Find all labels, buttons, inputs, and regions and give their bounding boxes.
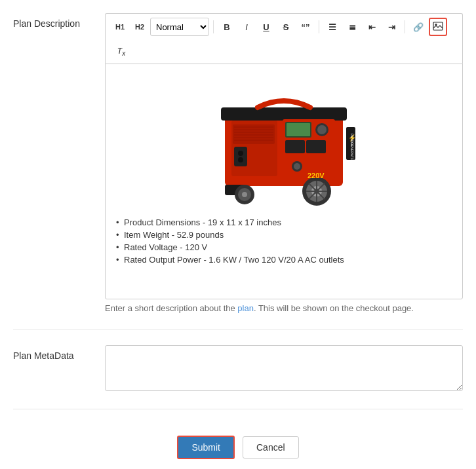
underline-icon: U — [263, 22, 269, 32]
svg-point-35 — [294, 163, 300, 170]
plan-description-field: H1 H2 Normal Heading 1 Heading 2 Heading… — [105, 13, 463, 313]
description-list: Product Dimensions - 19 x 11 x 17 inches… — [116, 216, 452, 266]
submit-button[interactable]: Submit — [177, 436, 235, 459]
list-item: Rated Output Power - 1.6 KW / Two 120 V/… — [116, 253, 452, 266]
svg-point-19 — [238, 157, 243, 162]
underline-button[interactable]: U — [257, 18, 275, 36]
generator-image-container: 220V ⚡ PETROL GENERATOR — [116, 75, 452, 206]
generator-image: 220V ⚡ PETROL GENERATOR — [205, 75, 363, 206]
strikethrough-icon: S — [283, 22, 289, 32]
form-actions: Submit Cancel — [13, 425, 463, 469]
quote-icon: “” — [302, 22, 310, 32]
image-button[interactable] — [429, 18, 447, 36]
svg-text:220V: 220V — [307, 172, 325, 179]
svg-rect-0 — [433, 22, 443, 30]
toolbar-separator-1 — [213, 20, 214, 33]
plan-metadata-field — [105, 345, 463, 393]
ul-icon: ≣ — [349, 22, 356, 32]
plan-description-label: Plan Description — [13, 13, 105, 29]
h2-button[interactable]: H2 — [130, 18, 149, 36]
unordered-list-button[interactable]: ≣ — [343, 18, 361, 36]
ordered-list-button[interactable]: ☰ — [323, 18, 342, 36]
quote-button[interactable]: “” — [296, 18, 315, 36]
svg-point-15 — [242, 192, 247, 197]
form-divider-2 — [13, 409, 463, 409]
toolbar-separator-3 — [405, 20, 405, 33]
italic-button[interactable]: I — [237, 18, 256, 36]
editor-content-area[interactable]: 220V ⚡ PETROL GENERATOR Product Dimensio… — [105, 64, 463, 299]
toolbar-separator-2 — [319, 20, 319, 33]
cancel-button[interactable]: Cancel — [243, 436, 299, 459]
ol-icon: ☰ — [328, 22, 336, 32]
editor-toolbar: H1 H2 Normal Heading 1 Heading 2 Heading… — [105, 13, 463, 40]
metadata-textarea[interactable] — [105, 345, 463, 391]
plan-metadata-label: Plan MetaData — [13, 345, 105, 361]
indent-left-button[interactable]: ⇤ — [363, 18, 381, 36]
clear-format-icon: Tx — [117, 47, 125, 57]
list-item: Product Dimensions - 19 x 11 x 17 inches — [116, 216, 452, 229]
plan-link[interactable]: plan — [237, 303, 254, 313]
svg-rect-33 — [306, 140, 326, 153]
svg-rect-29 — [287, 123, 310, 136]
plan-description-row: Plan Description H1 H2 Normal Heading 1 … — [13, 13, 463, 313]
svg-rect-3 — [221, 107, 347, 121]
bold-button[interactable]: B — [218, 18, 236, 36]
bold-icon: B — [224, 22, 229, 32]
svg-point-18 — [238, 151, 243, 156]
indent-left-icon: ⇤ — [368, 22, 376, 32]
list-item: Rated Voltage - 120 V — [116, 241, 452, 253]
svg-rect-17 — [234, 147, 247, 166]
editor-helper-text: Enter a short description about the plan… — [105, 303, 463, 313]
plan-metadata-row: Plan MetaData — [13, 345, 463, 393]
format-select[interactable]: Normal Heading 1 Heading 2 Heading 3 — [150, 18, 209, 36]
h1-button[interactable]: H1 — [111, 18, 129, 36]
indent-right-button[interactable]: ⇥ — [382, 18, 401, 36]
form-divider — [13, 329, 463, 329]
link-button[interactable]: 🔗 — [409, 18, 427, 36]
clear-format-button[interactable]: Tx — [111, 43, 132, 61]
italic-icon: I — [245, 22, 248, 32]
image-icon — [433, 22, 443, 33]
svg-rect-32 — [285, 140, 305, 153]
svg-point-31 — [317, 125, 327, 134]
indent-right-icon: ⇥ — [388, 22, 395, 32]
editor-toolbar-row2: Tx — [105, 40, 463, 64]
link-icon: 🔗 — [413, 22, 424, 32]
list-item: Item Weight - 52.9 pounds — [116, 229, 452, 241]
svg-text:GENERATOR: GENERATOR — [350, 142, 354, 163]
strikethrough-button[interactable]: S — [277, 18, 295, 36]
